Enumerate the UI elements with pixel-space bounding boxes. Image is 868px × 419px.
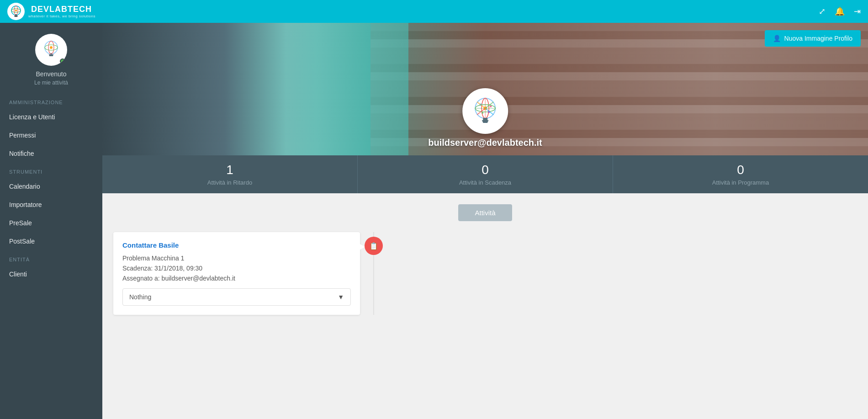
svg-line-29 [485, 102, 493, 108]
activity-assegnato: Assegnato a: buildserver@devlabtech.it [122, 275, 351, 282]
profile-avatar [462, 88, 508, 134]
sidebar-user: Benvenuto Le mie attività [0, 23, 102, 93]
section-label-admin: Amministrazione [0, 93, 102, 108]
stat-scadenza-label: Attività in Scadenza [459, 179, 511, 186]
activities-tab-row: Attività [113, 204, 857, 221]
svg-point-10 [50, 46, 53, 49]
avatar [35, 34, 67, 66]
svg-line-30 [477, 108, 485, 115]
sidebar-item-presale[interactable]: PreSale [0, 214, 102, 232]
sidebar-item-clienti[interactable]: Clienti [0, 265, 102, 283]
timeline-dot: 📋 [365, 237, 383, 255]
stats-bar: 1 Attività in Ritardo 0 Attività in Scad… [102, 155, 868, 193]
timeline-dot-icon: 📋 [369, 242, 378, 250]
svg-point-22 [482, 112, 483, 114]
svg-rect-25 [482, 120, 488, 121]
sidebar-item-licenza[interactable]: Licenza e Utenti [0, 108, 102, 126]
logo-icon [7, 3, 25, 20]
svg-rect-27 [483, 122, 487, 123]
app-name: DEVLABTECH [31, 5, 95, 14]
sidebar-item-postsale[interactable]: PostSale [0, 232, 102, 250]
content-area: 👤 Nuova Immagine Profilo [102, 23, 868, 419]
new-image-label: Nuova Immagine Profilo [784, 35, 852, 42]
activity-card: Contattare Basile Problema Macchina 1 Sc… [113, 232, 360, 315]
sidebar-item-importatore[interactable]: Importatore [0, 196, 102, 214]
svg-line-31 [485, 108, 493, 115]
online-indicator [60, 58, 65, 64]
svg-point-21 [490, 106, 492, 107]
logo-area: DEVLABTECH whatever it takes, we bring s… [7, 3, 95, 20]
dropdown-arrow-icon: ▼ [338, 293, 344, 301]
profile-header: 👤 Nuova Immagine Profilo [102, 23, 868, 155]
stat-programma-label: Attività in Programma [712, 179, 769, 186]
section-label-strumenti: Strumenti [0, 163, 102, 177]
svg-rect-6 [15, 16, 17, 17]
top-bar-actions: ⤢ 🔔 ⇥ [819, 6, 861, 16]
svg-line-28 [477, 102, 485, 108]
activity-description: Problema Macchina 1 [122, 255, 351, 262]
activity-title[interactable]: Contattare Basile [122, 241, 351, 249]
timeline-left: Contattare Basile Problema Macchina 1 Sc… [113, 232, 360, 315]
timeline-right [387, 232, 857, 315]
timeline-center: 📋 [360, 232, 387, 315]
stat-ritardo-number: 1 [226, 163, 233, 177]
stat-ritardo: 1 Attività in Ritardo [102, 155, 358, 193]
user-greeting: Benvenuto [36, 70, 67, 78]
sidebar-item-notifiche[interactable]: Notifiche [0, 144, 102, 163]
activity-scadenza: Scadenza: 31/1/2018, 09:30 [122, 265, 351, 272]
sidebar-item-permessi[interactable]: Permessi [0, 126, 102, 144]
section-label-entita: Entità [0, 250, 102, 265]
svg-rect-5 [14, 16, 18, 16]
stat-scadenza: 0 Attività in Scadenza [358, 155, 613, 193]
activity-status-dropdown[interactable]: Nothing ▼ [122, 288, 351, 306]
sidebar-item-calendario[interactable]: Calendario [0, 177, 102, 196]
sidebar: Benvenuto Le mie attività Amministrazion… [0, 23, 102, 419]
main-layout: Benvenuto Le mie attività Amministrazion… [0, 23, 868, 419]
app-tagline: whatever it takes, we bring solutions [28, 14, 95, 18]
profile-avatar-area: buildserver@devlabtech.it [428, 88, 542, 155]
stat-programma-number: 0 [737, 163, 744, 177]
stat-programma: 0 Attività in Programma [613, 155, 868, 193]
new-image-button[interactable]: 👤 Nuova Immagine Profilo [765, 30, 861, 47]
stat-scadenza-number: 0 [482, 163, 489, 177]
bell-icon[interactable]: 🔔 [835, 6, 845, 16]
user-activity-link[interactable]: Le mie attività [34, 80, 68, 86]
svg-point-3 [15, 10, 17, 11]
activities-section: Attività Contattare Basile Problema Macc… [102, 193, 868, 419]
expand-icon[interactable]: ⤢ [819, 6, 826, 16]
logout-icon[interactable]: ⇥ [854, 6, 861, 16]
timeline: Contattare Basile Problema Macchina 1 Sc… [113, 232, 857, 315]
activities-tab[interactable]: Attività [458, 204, 512, 221]
dropdown-value: Nothing [129, 293, 151, 301]
upload-icon: 👤 [773, 35, 781, 42]
top-bar: DEVLABTECH whatever it takes, we bring s… [0, 0, 868, 23]
svg-rect-26 [482, 121, 488, 122]
profile-email: buildserver@devlabtech.it [428, 134, 542, 155]
stat-ritardo-label: Attività in Ritardo [207, 179, 252, 186]
